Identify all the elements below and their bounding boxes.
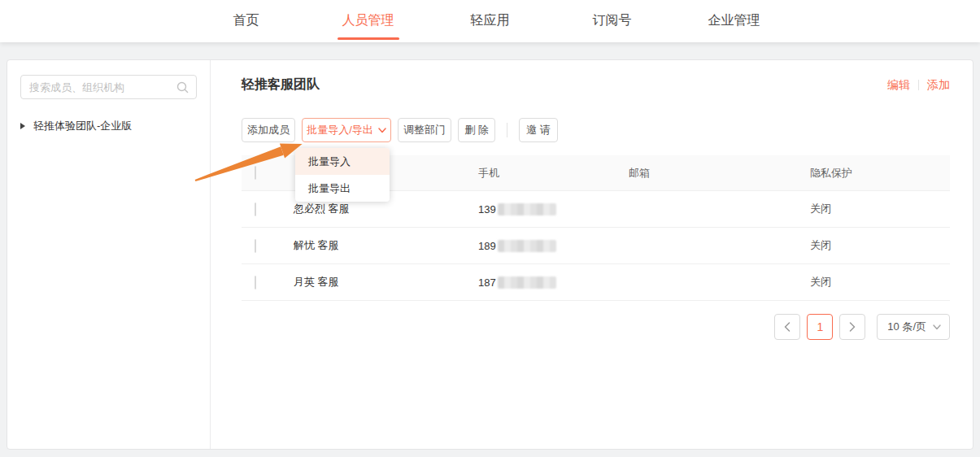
org-label: 轻推体验团队-企业版 xyxy=(33,119,132,133)
redacted-phone-blur xyxy=(498,276,556,289)
privacy-status: 关闭 xyxy=(810,238,950,253)
member-name: 忽必烈 客服 xyxy=(294,202,478,216)
tab-home[interactable]: 首页 xyxy=(185,0,307,42)
col-header-privacy: 隐私保护 xyxy=(810,166,950,181)
tab-enterprise[interactable]: 企业管理 xyxy=(673,0,795,42)
member-name: 月英 客服 xyxy=(294,275,478,289)
search-box xyxy=(20,75,197,99)
edit-link[interactable]: 编辑 xyxy=(887,78,910,93)
menu-item-batch-import[interactable]: 批量导入 xyxy=(295,148,390,175)
menu-item-batch-export[interactable]: 批量导出 xyxy=(295,175,390,202)
main-panel: 轻推客服团队 编辑 添加 添加成员 批量导入/导出 调整部门 删 除 邀 请 xyxy=(211,60,973,449)
redacted-phone-blur xyxy=(498,203,556,215)
col-header-phone: 手机 xyxy=(478,166,629,181)
toolbar-divider xyxy=(507,123,507,137)
toolbar: 添加成员 批量导入/导出 调整部门 删 除 邀 请 xyxy=(242,118,950,142)
search-input[interactable] xyxy=(21,76,196,98)
select-all-checkbox[interactable] xyxy=(255,166,256,180)
batch-import-export-label: 批量导入/导出 xyxy=(307,123,373,137)
sidebar: 轻推体验团队-企业版 xyxy=(7,60,211,449)
content-panel: 轻推体验团队-企业版 轻推客服团队 编辑 添加 添加成员 批量导入/导出 调整部… xyxy=(7,59,973,450)
table-row: 解忧 客服 189 关闭 xyxy=(242,228,950,264)
member-phone: 189 xyxy=(478,240,629,252)
add-link[interactable]: 添加 xyxy=(927,78,950,93)
privacy-status: 关闭 xyxy=(810,202,950,216)
prev-page-button[interactable] xyxy=(774,314,800,340)
caret-right-icon[interactable] xyxy=(20,123,25,129)
row-checkbox[interactable] xyxy=(255,202,256,216)
sidebar-item-org[interactable]: 轻推体验团队-企业版 xyxy=(20,119,197,133)
header-actions: 编辑 添加 xyxy=(887,78,950,93)
row-checkbox[interactable] xyxy=(255,239,256,253)
pagination: 1 10 条/页 xyxy=(242,314,950,340)
tab-personnel[interactable]: 人员管理 xyxy=(307,0,429,42)
member-phone: 187 xyxy=(478,276,629,289)
page-title: 轻推客服团队 xyxy=(242,76,320,94)
search-icon xyxy=(176,81,189,94)
batch-import-export-button[interactable]: 批量导入/导出 xyxy=(302,118,391,142)
member-name: 解忧 客服 xyxy=(294,238,478,253)
delete-button[interactable]: 删 除 xyxy=(458,118,495,142)
chevron-down-icon xyxy=(933,324,941,330)
batch-dropdown-menu: 批量导入 批量导出 xyxy=(295,148,390,202)
tab-subscription[interactable]: 订阅号 xyxy=(551,0,673,42)
redacted-phone-blur xyxy=(498,240,556,252)
main-header: 轻推客服团队 编辑 添加 xyxy=(242,76,950,94)
privacy-status: 关闭 xyxy=(810,275,950,289)
add-member-button[interactable]: 添加成员 xyxy=(242,118,295,142)
row-checkbox[interactable] xyxy=(255,276,256,289)
invite-button[interactable]: 邀 请 xyxy=(519,118,558,142)
page-number-button[interactable]: 1 xyxy=(807,314,833,340)
top-nav: 首页 人员管理 轻应用 订阅号 企业管理 xyxy=(0,0,980,42)
chevron-left-icon xyxy=(784,322,791,332)
next-page-button[interactable] xyxy=(839,314,865,340)
actions-divider xyxy=(918,80,919,90)
tab-light-apps[interactable]: 轻应用 xyxy=(429,0,551,42)
adjust-department-button[interactable]: 调整部门 xyxy=(398,118,451,142)
table-row: 月英 客服 187 关闭 xyxy=(242,264,950,301)
chevron-right-icon xyxy=(849,322,856,332)
page-size-label: 10 条/页 xyxy=(887,320,926,334)
member-phone: 139 xyxy=(478,203,629,215)
page-size-select[interactable]: 10 条/页 xyxy=(877,314,950,340)
col-header-email: 邮箱 xyxy=(629,166,810,181)
chevron-down-icon xyxy=(378,128,386,133)
